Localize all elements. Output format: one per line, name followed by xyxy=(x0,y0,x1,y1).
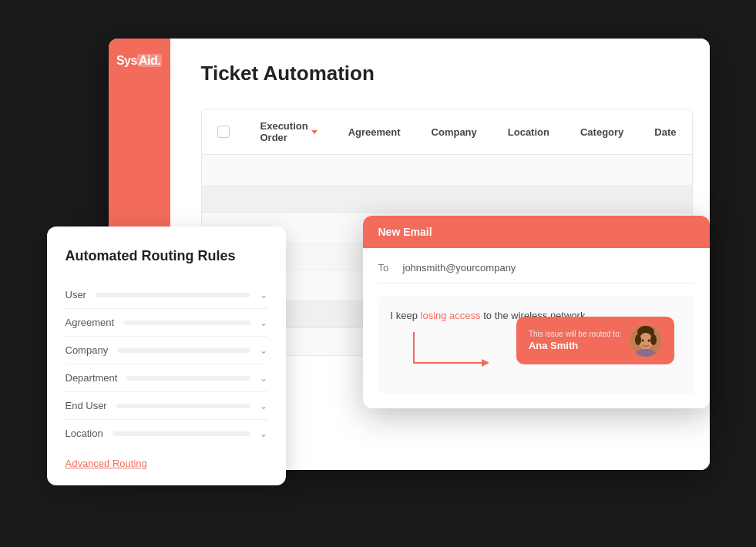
logo-aid: Aid. xyxy=(137,54,162,67)
logo-text: SysAid. xyxy=(116,54,162,68)
routing-result-label: This issue will be routed to: xyxy=(529,330,622,338)
message-highlight: losing access xyxy=(421,310,481,321)
routing-bar-end-user xyxy=(116,404,250,408)
chevron-down-icon: ⌄ xyxy=(260,401,267,411)
routing-label-company: Company xyxy=(66,344,109,356)
chevron-down-icon: ⌄ xyxy=(260,345,267,356)
avatar xyxy=(630,324,662,357)
routing-label-end-user: End User xyxy=(66,400,107,411)
routing-item-department[interactable]: Department ⌄ xyxy=(66,364,267,392)
routing-arrow-svg xyxy=(398,332,491,374)
routing-label-location: Location xyxy=(66,428,103,439)
routing-bar-user xyxy=(96,293,250,297)
routing-item-user[interactable]: User ⌄ xyxy=(66,281,267,309)
routing-bar-department xyxy=(126,376,250,381)
routing-item-agreement[interactable]: Agreement ⌄ xyxy=(66,309,267,337)
routing-item-location[interactable]: Location ⌄ xyxy=(66,420,267,447)
routing-result-box: This issue will be routed to: Ana Smith xyxy=(516,317,674,364)
chevron-down-icon: ⌄ xyxy=(260,317,267,328)
col-location[interactable]: Location xyxy=(508,126,549,138)
avatar-svg xyxy=(630,324,662,357)
routing-label-agreement: Agreement xyxy=(66,317,115,328)
routing-bar-agreement xyxy=(123,320,250,325)
routing-label-department: Department xyxy=(66,372,118,384)
table-row[interactable] xyxy=(202,186,692,213)
select-all-checkbox[interactable] xyxy=(217,126,230,138)
col-date[interactable]: Date xyxy=(654,126,676,138)
logo-sys: Sys xyxy=(116,54,137,67)
col-category[interactable]: Category xyxy=(580,126,623,138)
svg-point-6 xyxy=(641,339,643,341)
routing-result-name: Ana Smith xyxy=(529,340,622,351)
advanced-routing-link[interactable]: Advanced Routing xyxy=(66,458,147,469)
routing-title: Automated Routing Rules xyxy=(66,248,267,264)
email-header: New Email xyxy=(363,216,710,248)
table-header: Execution Order Agreement Company Locati… xyxy=(202,109,692,155)
routing-rules-card: Automated Routing Rules User ⌄ Agreement… xyxy=(47,227,286,485)
logo: SysAid. xyxy=(116,54,162,68)
message-before: I keep xyxy=(391,310,421,321)
routing-result-container: This issue will be routed to: Ana Smith xyxy=(391,336,682,382)
sort-arrow-icon xyxy=(311,130,318,134)
email-body: To johnsmith@yourcompany I keep losing a… xyxy=(363,248,710,408)
email-message-area: I keep losing access to the wireless net… xyxy=(378,296,694,394)
email-header-title: New Email xyxy=(378,226,432,238)
svg-point-5 xyxy=(650,334,657,345)
chevron-down-icon: ⌄ xyxy=(260,290,267,300)
svg-marker-0 xyxy=(482,359,489,367)
col-company[interactable]: Company xyxy=(432,126,477,138)
routing-result-text: This issue will be routed to: Ana Smith xyxy=(529,330,622,351)
routing-bar-location xyxy=(113,431,250,436)
svg-point-4 xyxy=(635,334,641,345)
routing-item-end-user[interactable]: End User ⌄ xyxy=(66,392,267,420)
routing-label-user: User xyxy=(66,289,86,300)
table-row[interactable] xyxy=(202,155,692,186)
chevron-down-icon: ⌄ xyxy=(260,373,267,384)
email-to-label: To xyxy=(378,262,394,274)
col-agreement[interactable]: Agreement xyxy=(348,126,401,138)
svg-point-7 xyxy=(647,339,650,341)
page-title: Ticket Automation xyxy=(201,62,693,86)
routing-bar-company xyxy=(117,348,250,353)
email-to-row: To johnsmith@yourcompany xyxy=(378,262,694,284)
email-popup: New Email To johnsmith@yourcompany I kee… xyxy=(363,216,710,408)
chevron-down-icon: ⌄ xyxy=(260,428,267,439)
col-execution-order[interactable]: Execution Order xyxy=(260,120,318,143)
email-to-value: johnsmith@yourcompany xyxy=(403,262,516,274)
routing-item-company[interactable]: Company ⌄ xyxy=(66,337,267,364)
